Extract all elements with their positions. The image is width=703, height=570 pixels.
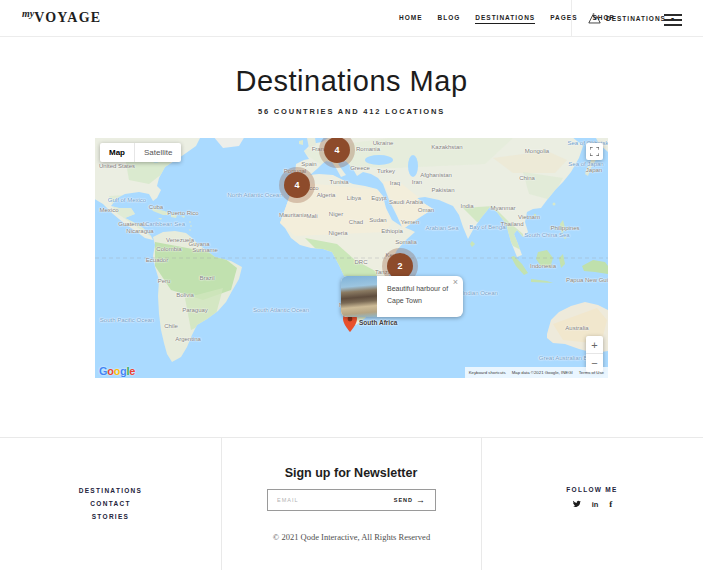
send-button-label: SEND	[394, 497, 413, 503]
south-africa-pin-label: South Africa	[359, 319, 397, 326]
cluster-marker[interactable]: 4	[284, 172, 310, 198]
footer-divider-left	[221, 437, 222, 570]
info-window-text[interactable]: Beautiful harbour of Cape Town	[377, 276, 451, 317]
footer-top-border	[0, 437, 703, 438]
hamburger-menu-icon[interactable]	[664, 14, 682, 29]
logo-text: VOYAGE	[34, 10, 101, 25]
nav-item-pages[interactable]: PAGES	[550, 14, 577, 24]
cape-town-photo[interactable]	[341, 276, 377, 317]
page: myVOYAGE HOMEBLOGDESTINATIONSPAGESSHOP D…	[0, 0, 703, 570]
newsletter-title: Sign up for Newsletter	[221, 466, 481, 480]
nav-item-destinations[interactable]: DESTINATIONS	[475, 14, 535, 24]
header-divider	[571, 0, 572, 37]
google-logo[interactable]: Google	[99, 365, 135, 377]
footer-links: DESTINATIONSCONTACTSTORIES	[0, 484, 221, 523]
fullscreen-icon	[590, 147, 599, 156]
map-type-control: Map Satellite	[100, 143, 181, 162]
fullscreen-button[interactable]	[586, 143, 603, 160]
map-data-attribution: Map data ©2021 Google, INEGI	[512, 370, 573, 375]
footer-link-destinations[interactable]: DESTINATIONS	[0, 484, 221, 497]
close-icon[interactable]: ×	[453, 278, 458, 287]
email-field[interactable]	[277, 497, 367, 503]
info-window: Beautiful harbour of Cape Town ×	[341, 276, 463, 317]
twitter-icon[interactable]	[572, 500, 581, 508]
map-type-satellite-button[interactable]: Satellite	[134, 143, 181, 162]
destinations-map[interactable]: United StatesMexicoCubaPuerto RicoGuatem…	[95, 138, 608, 378]
copyright-text: © 2021 Qode Interactive, All Rights Rese…	[0, 532, 703, 542]
keyboard-shortcuts-link[interactable]: Keyboard shortcuts	[469, 370, 506, 375]
newsletter-form: SEND →	[267, 489, 436, 511]
zoom-in-button[interactable]: +	[586, 336, 603, 354]
social-icons: in f	[481, 499, 703, 509]
main-nav: HOMEBLOGDESTINATIONSPAGESSHOP	[399, 0, 615, 37]
terms-of-use-link[interactable]: Terms of Use	[579, 370, 604, 375]
destinations-dropdown-label: DESTINATIONS	[606, 15, 666, 22]
linkedin-icon[interactable]: in	[592, 500, 599, 509]
world-map-graphic	[95, 138, 608, 378]
mountain-icon	[588, 10, 601, 28]
map-type-map-button[interactable]: Map	[100, 143, 134, 162]
destinations-dropdown-button[interactable]: DESTINATIONS ▾	[588, 0, 674, 37]
site-logo[interactable]: myVOYAGE	[22, 8, 101, 26]
logo-prefix: my	[22, 8, 34, 19]
page-title: Destinations Map	[0, 65, 703, 98]
follow-me-title: FOLLOW ME	[481, 486, 703, 493]
page-subtitle: 56 COUNTRIES AND 412 LOCATIONS	[0, 107, 703, 116]
arrow-right-icon: →	[416, 497, 426, 503]
send-button[interactable]: SEND →	[394, 497, 426, 503]
cluster-marker[interactable]: 4	[324, 138, 350, 163]
map-attribution: Keyboard shortcuts Map data ©2021 Google…	[465, 367, 608, 378]
footer-link-stories[interactable]: STORIES	[0, 510, 221, 523]
facebook-icon[interactable]: f	[609, 499, 612, 509]
footer-link-contact[interactable]: CONTACT	[0, 497, 221, 510]
nav-item-blog[interactable]: BLOG	[438, 14, 461, 24]
header: myVOYAGE HOMEBLOGDESTINATIONSPAGESSHOP D…	[0, 0, 703, 37]
nav-item-home[interactable]: HOME	[399, 14, 423, 24]
